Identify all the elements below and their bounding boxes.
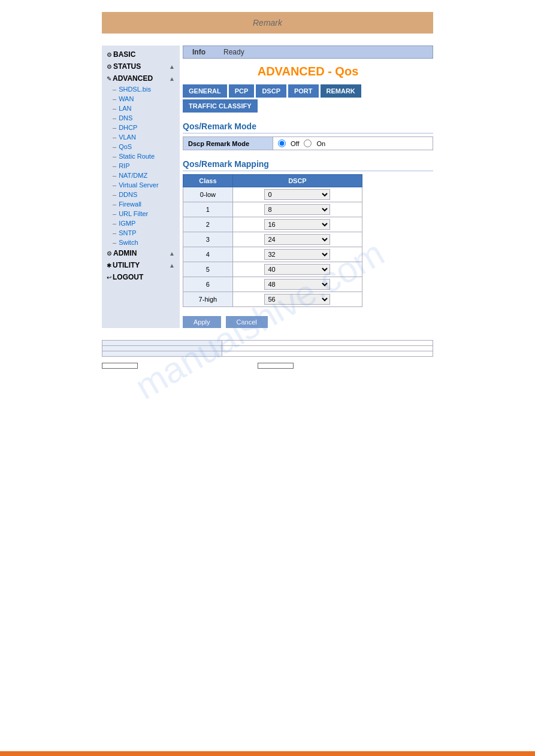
nav-btn-dscp[interactable]: DSCP [256,84,286,98]
utility-icon: ✱ [107,262,111,269]
mapping-class-3: 3 [183,232,233,247]
mapping-class-2: 2 [183,217,233,232]
logout-label: LOGOUT [113,273,143,281]
main-layout: ⚙ BASIC ⚙ STATUS ▲ ✎ ADVANCED ▲ SHDSL.bi… [102,45,433,328]
sidebar-item-dns[interactable]: DNS [102,113,180,123]
sidebar-section-logout[interactable]: ↩ LOGOUT [102,271,180,283]
mapping-dscp-select-5[interactable]: 08162432404856 [264,264,330,275]
sidebar-section-advanced[interactable]: ✎ ADVANCED ▲ [102,72,180,84]
mode-options: Off On [273,137,433,150]
mapping-class-6: 6 [183,277,233,292]
mapping-dscp-cell-0: 08162432404856 [232,187,362,202]
status-icon: ⚙ [107,63,112,70]
cancel-button[interactable]: Cancel [226,316,268,328]
mapping-class-0: 0-low [183,187,233,202]
remark-label: Remark [253,18,282,28]
sidebar-item-nat-dmz[interactable]: NAT/DMZ [102,171,180,180]
sidebar-section-status[interactable]: ⚙ STATUS ▲ [102,60,180,72]
admin-icon: ⚙ [107,250,112,257]
sidebar-item-igmp[interactable]: IGMP [102,218,180,228]
sidebar-item-sntp[interactable]: SNTP [102,228,180,238]
admin-label: ADMIN [113,249,137,257]
sidebar-item-static-route[interactable]: Static Route [102,151,180,161]
apply-button[interactable]: Apply [183,316,221,328]
bottom-buttons [102,363,433,369]
nav-btn-port[interactable]: PORT [288,84,319,98]
mapping-row-0: 0-low08162432404856 [183,187,362,202]
action-buttons: Apply Cancel [183,316,433,328]
sidebar-item-qos[interactable]: QoS [102,142,180,151]
nav-btn-remark[interactable]: REMARK [321,84,361,98]
bottom-table-row-2 [102,346,433,351]
mapping-dscp-select-7[interactable]: 08162432404856 [264,294,330,305]
page-title: ADVANCED - Qos [183,65,433,78]
mapping-row-6: 608162432404856 [183,277,362,292]
mapping-dscp-cell-5: 08162432404856 [232,262,362,277]
sidebar-item-vlan[interactable]: VLAN [102,132,180,142]
radio-on[interactable] [304,139,312,147]
mapping-dscp-cell-4: 08162432404856 [232,247,362,262]
radio-group: Off On [278,139,428,147]
bottom-cell-1b [222,341,433,346]
sidebar-item-ddns[interactable]: DDNS [102,190,180,199]
bottom-button-right[interactable] [258,363,294,369]
info-tab[interactable]: Info [183,46,214,58]
mapping-dscp-select-1[interactable]: 08162432404856 [264,204,330,215]
footer-bar [0,751,535,756]
mapping-class-5: 5 [183,262,233,277]
sidebar-item-lan[interactable]: LAN [102,104,180,113]
mapping-header-row: Class DSCP [183,175,362,187]
sidebar-section-admin[interactable]: ⚙ ADMIN ▲ [102,247,180,259]
sidebar-item-shdsl[interactable]: SHDSL.bis [102,84,180,94]
ready-status: Ready [214,46,253,58]
col-class-header: Class [183,175,233,187]
nav-btn-pcp[interactable]: PCP [229,84,255,98]
bottom-button-left[interactable] [102,363,138,369]
radio-off-label: Off [291,140,299,147]
sidebar-section-basic[interactable]: ⚙ BASIC [102,48,180,60]
mapping-dscp-cell-1: 08162432404856 [232,202,362,217]
mode-table: Dscp Remark Mode Off On [183,136,433,150]
bottom-cell-2b [222,346,433,351]
mapping-row-2: 208162432404856 [183,217,362,232]
bottom-table [102,340,433,357]
sidebar: ⚙ BASIC ⚙ STATUS ▲ ✎ ADVANCED ▲ SHDSL.bi… [102,45,180,328]
remark-bar: Remark [102,12,433,34]
mapping-row-5: 508162432404856 [183,262,362,277]
nav-buttons: GENERAL PCP DSCP PORT REMARK TRAFFIC CLA… [183,84,433,113]
mapping-dscp-select-4[interactable]: 08162432404856 [264,249,330,260]
mapping-dscp-select-2[interactable]: 08162432404856 [264,219,330,230]
logout-icon: ↩ [107,274,111,281]
basic-icon: ⚙ [107,51,112,58]
mapping-dscp-select-3[interactable]: 08162432404856 [264,234,330,245]
bottom-table-row-1 [102,341,433,346]
nav-btn-traffic-classify[interactable]: TRAFFIC CLASSIFY [183,99,258,113]
admin-expand-icon: ▲ [169,250,175,257]
mapping-dscp-cell-7: 08162432404856 [232,292,362,307]
content-area: Info Ready ADVANCED - Qos GENERAL PCP DS… [180,45,433,328]
radio-off[interactable] [278,139,286,147]
mapping-class-7: 7-high [183,292,233,307]
mapping-dscp-cell-2: 08162432404856 [232,217,362,232]
sidebar-item-virtual-server[interactable]: Virtual Server [102,180,180,190]
sidebar-item-wan[interactable]: WAN [102,94,180,104]
mapping-row-1: 108162432404856 [183,202,362,217]
sidebar-item-rip[interactable]: RIP [102,161,180,171]
nav-btn-general[interactable]: GENERAL [183,84,227,98]
bottom-table-row-3 [102,351,433,357]
sidebar-section-utility[interactable]: ✱ UTILITY ▲ [102,259,180,271]
sidebar-item-firewall[interactable]: Firewall [102,199,180,209]
advanced-label: ADVANCED [113,74,153,83]
bottom-cell-3b [222,351,433,357]
sidebar-item-switch[interactable]: Switch [102,238,180,247]
mapping-dscp-select-0[interactable]: 08162432404856 [264,189,330,200]
mode-label: Dscp Remark Mode [183,137,273,150]
advanced-expand-icon: ▲ [169,75,175,82]
status-label: STATUS [113,62,141,71]
mapping-dscp-select-6[interactable]: 08162432404856 [264,279,330,290]
mapping-table: Class DSCP 0-low081624324048561081624324… [183,174,362,307]
mode-section-title: Qos/Remark Mode [183,122,433,133]
sidebar-item-dhcp[interactable]: DHCP [102,123,180,132]
info-bar: Info Ready [183,45,433,59]
sidebar-item-url-filter[interactable]: URL Filter [102,209,180,218]
